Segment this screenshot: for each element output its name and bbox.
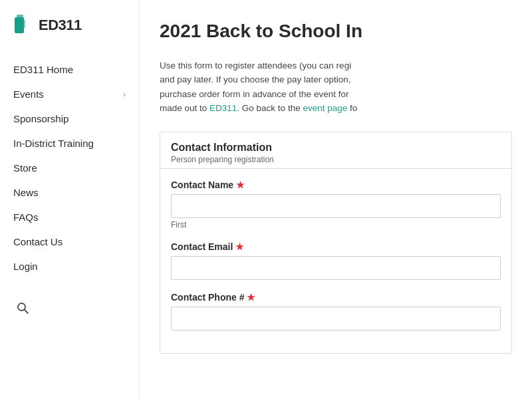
form-section-title: Contact Information <box>171 142 501 154</box>
main-content: 2021 Back to School In Use this form to … <box>140 0 532 399</box>
contact-email-group: Contact Email ★ <box>171 241 501 280</box>
required-indicator: ★ <box>236 180 245 190</box>
sidebar: ED311 ED311 Home Events › Sponsorship In… <box>0 0 140 399</box>
sidebar-item-in-district-training-label: In-District Training <box>13 138 94 149</box>
contact-email-label: Contact Email ★ <box>171 241 501 252</box>
sidebar-item-in-district-training[interactable]: In-District Training <box>0 131 139 156</box>
contact-name-input[interactable] <box>171 194 501 218</box>
ed311-link[interactable]: ED311 <box>209 103 237 113</box>
svg-line-4 <box>25 310 29 314</box>
required-indicator: ★ <box>235 241 244 252</box>
nav-list: ED311 Home Events › Sponsorship In-Distr… <box>0 57 139 279</box>
sidebar-item-contact-us[interactable]: Contact Us <box>0 229 139 254</box>
sidebar-item-sponsorship[interactable]: Sponsorship <box>0 106 139 131</box>
sidebar-item-login[interactable]: Login <box>0 254 139 279</box>
search-button[interactable] <box>13 299 32 317</box>
contact-phone-label: Contact Phone # ★ <box>171 292 501 303</box>
form-section-subtitle: Person preparing registration <box>171 155 501 164</box>
sidebar-item-sponsorship-label: Sponsorship <box>13 113 68 124</box>
sidebar-item-news[interactable]: News <box>0 180 139 205</box>
contact-information-section: Contact Information Person preparing reg… <box>160 132 512 354</box>
contact-phone-input[interactable] <box>171 307 501 331</box>
page-title: 2021 Back to School In <box>160 20 512 43</box>
form-body: Contact Name ★ First Contact Email ★ Con… <box>160 169 511 353</box>
contact-name-label: Contact Name ★ <box>171 180 501 190</box>
search-icon <box>16 301 29 315</box>
event-page-link[interactable]: event page <box>303 103 347 113</box>
logo-text: ED311 <box>39 17 82 34</box>
search-area <box>0 285 139 317</box>
intro-paragraph: Use this form to register attendees (you… <box>160 59 512 116</box>
chevron-down-icon: › <box>123 90 126 99</box>
sidebar-item-events[interactable]: Events › <box>0 82 139 106</box>
contact-name-group: Contact Name ★ First <box>171 180 501 229</box>
contact-phone-group: Contact Phone # ★ <box>171 292 501 331</box>
sidebar-item-faqs[interactable]: FAQs <box>0 205 139 229</box>
sidebar-item-home-label: ED311 Home <box>13 64 73 75</box>
sidebar-item-home[interactable]: ED311 Home <box>0 57 139 82</box>
logo[interactable]: ED311 <box>13 13 126 37</box>
sidebar-item-news-label: News <box>13 187 39 198</box>
ed311-logo-icon <box>13 13 37 37</box>
sidebar-item-faqs-label: FAQs <box>13 211 39 223</box>
sidebar-item-store-label: Store <box>13 162 37 174</box>
contact-email-input[interactable] <box>171 256 501 280</box>
required-indicator: ★ <box>247 292 255 303</box>
form-section-header: Contact Information Person preparing reg… <box>160 132 511 169</box>
sidebar-item-events-label: Events <box>13 88 44 100</box>
contact-name-hint: First <box>171 220 501 229</box>
sidebar-item-login-label: Login <box>13 261 38 272</box>
sidebar-item-contact-us-label: Contact Us <box>13 236 63 247</box>
logo-area: ED311 <box>0 13 139 57</box>
svg-rect-2 <box>20 20 25 28</box>
sidebar-item-store[interactable]: Store <box>0 156 139 180</box>
